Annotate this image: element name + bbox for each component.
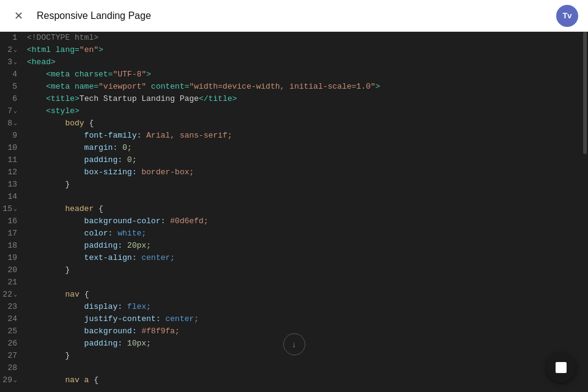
line-content: nav {	[24, 289, 89, 301]
line-number: 8⌄	[0, 117, 24, 130]
line-number: 1	[0, 32, 24, 44]
line-number: 7⌄	[0, 105, 24, 117]
line-content: color: white;	[24, 227, 146, 240]
line-number: 9	[0, 130, 24, 142]
line-content: text-align: center;	[24, 252, 175, 264]
line-content: nav a {	[24, 374, 99, 386]
line-number: 3⌄	[0, 56, 24, 68]
scrollbar[interactable]	[582, 32, 588, 392]
line-content: header {	[24, 203, 103, 215]
stop-button[interactable]	[546, 353, 576, 382]
fold-icon[interactable]: ⌄	[13, 105, 17, 117]
line-number: 25	[0, 325, 24, 338]
code-token: margin:	[27, 143, 122, 152]
table-row: 18 padding: 20px;	[0, 240, 582, 252]
table-row: 10 margin: 0;	[0, 142, 582, 154]
code-token: justify-content:	[27, 314, 165, 324]
code-token: background:	[27, 327, 141, 336]
code-token: "width=device-width, initial-scale=1.0"	[189, 82, 375, 91]
code-token: 0;	[127, 155, 137, 165]
line-content: padding: 10px;	[24, 338, 151, 350]
table-row: 11 padding: 0;	[0, 154, 582, 166]
code-token: 10px;	[127, 339, 151, 348]
line-number: 5	[0, 81, 24, 93]
page-title: Responsive Landing Page	[37, 10, 556, 21]
line-content: }	[24, 264, 70, 276]
code-token: border-box;	[141, 168, 194, 177]
table-row: 14	[0, 191, 582, 203]
line-number: 27	[0, 350, 24, 362]
fold-icon[interactable]: ⌄	[13, 44, 17, 56]
line-content: body {	[24, 117, 94, 130]
code-token: {	[89, 119, 94, 128]
code-token: <!DOCTYPE html>	[27, 33, 99, 42]
table-row: 3⌄<head>	[0, 56, 582, 68]
table-row: 16 background-color: #0d6efd;	[0, 215, 582, 227]
line-number: 12	[0, 166, 24, 179]
code-token: }	[27, 180, 70, 189]
line-number: 28	[0, 362, 24, 374]
code-token: body	[27, 119, 89, 128]
code-token: Tech Startup Landing Page	[80, 94, 199, 103]
code-token: <html lang=	[27, 45, 80, 54]
line-content: font-family: Arial, sans-serif;	[24, 130, 232, 142]
code-token: display:	[27, 302, 127, 311]
close-button[interactable]: ✕	[10, 7, 27, 24]
code-token: {	[94, 375, 99, 385]
code-token: >	[146, 70, 151, 79]
fold-icon[interactable]: ⌄	[13, 289, 17, 301]
table-row: 8⌄ body {	[0, 117, 582, 130]
line-number: 2⌄	[0, 44, 24, 56]
table-row: 9 font-family: Arial, sans-serif;	[0, 130, 582, 142]
close-icon: ✕	[14, 9, 23, 23]
table-row: 17 color: white;	[0, 227, 582, 240]
fold-icon[interactable]: ⌄	[13, 117, 17, 130]
line-content: <meta name="viewport" content="width=dev…	[24, 81, 380, 93]
code-token: >	[99, 45, 103, 54]
line-content: <!DOCTYPE html>	[24, 32, 99, 44]
code-token: "en"	[80, 45, 99, 54]
line-number: 15⌄	[0, 203, 24, 215]
code-token: header	[27, 204, 99, 213]
code-token: "UTF-8"	[113, 70, 146, 79]
fold-icon[interactable]: ⌄	[13, 374, 17, 386]
line-content: <html lang="en">	[24, 44, 103, 56]
line-number: 16	[0, 215, 24, 227]
line-content: }	[24, 350, 70, 362]
line-content: <style>	[24, 105, 80, 117]
code-token: content=	[146, 82, 189, 91]
fold-icon[interactable]: ⌄	[13, 203, 17, 215]
line-content: }	[24, 179, 70, 191]
table-row: 23 display: flex;	[0, 301, 582, 313]
line-number: 21	[0, 276, 24, 289]
code-token: center;	[165, 314, 199, 324]
scroll-down-button[interactable]: ↓	[283, 333, 305, 355]
line-content: <title>Tech Startup Landing Page</title>	[24, 93, 237, 105]
avatar[interactable]: Tv	[556, 5, 578, 27]
table-row: 6 <title>Tech Startup Landing Page</titl…	[0, 93, 582, 105]
table-row: 5 <meta name="viewport" content="width=d…	[0, 81, 582, 93]
code-token: center;	[141, 253, 175, 262]
code-token: "viewport"	[99, 82, 146, 91]
table-row: 1<!DOCTYPE html>	[0, 32, 582, 44]
code-token: padding:	[27, 339, 127, 348]
code-token: padding:	[27, 155, 127, 165]
code-token: color:	[27, 229, 117, 238]
table-row: 7⌄ <style>	[0, 105, 582, 117]
line-content: padding: 20px;	[24, 240, 151, 252]
table-row: 13 }	[0, 179, 582, 191]
scrollbar-thumb	[583, 32, 587, 154]
line-number: 24	[0, 313, 24, 325]
code-token: }	[27, 351, 70, 360]
stop-icon	[556, 362, 567, 373]
line-number: 23	[0, 301, 24, 313]
line-content: box-sizing: border-box;	[24, 166, 194, 179]
table-row: 12 box-sizing: border-box;	[0, 166, 582, 179]
fold-icon[interactable]: ⌄	[13, 56, 17, 68]
table-row: 4 <meta charset="UTF-8">	[0, 68, 582, 81]
line-content: background-color: #0d6efd;	[24, 215, 208, 227]
code-token: Arial, sans-serif;	[146, 131, 232, 140]
chevron-down-icon: ↓	[292, 340, 296, 349]
line-number: 17	[0, 227, 24, 240]
code-token: >	[376, 82, 381, 91]
